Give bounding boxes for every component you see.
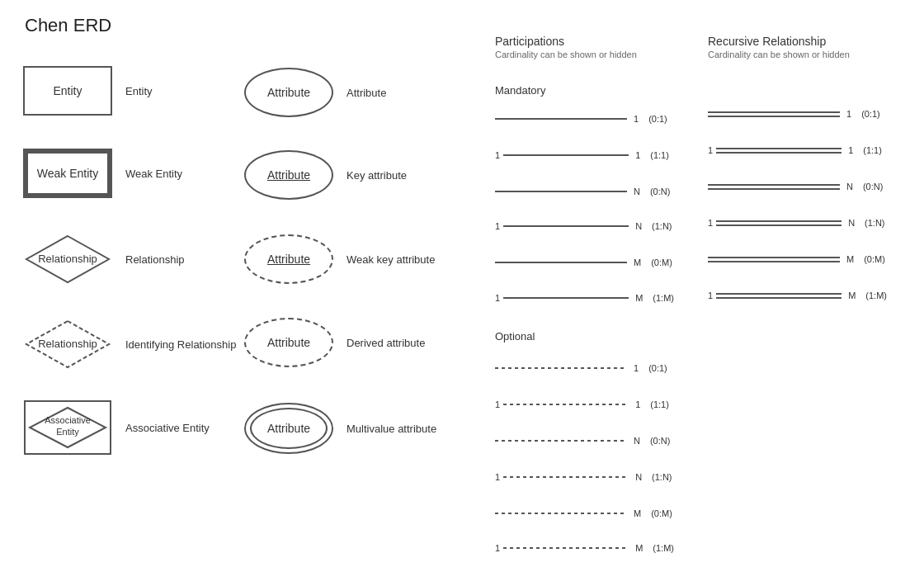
optional-line-1n — [503, 476, 629, 478]
key-attribute-row: Attribute Key attribute — [244, 150, 412, 200]
mandatory-card-left-11: 1 — [495, 150, 500, 160]
mandatory-row-0m: M (0:M) — [495, 258, 672, 267]
recursive-header: Recursive Relationship Cardinality can b… — [708, 35, 850, 59]
mandatory-line-0n — [495, 191, 627, 192]
recursive-card-left-1m: 1 — [708, 291, 713, 300]
key-attribute-description: Key attribute — [346, 169, 412, 182]
multivalue-attribute-row: Attribute Multivalue attribute — [244, 402, 436, 455]
optional-row-01: 1 (0:1) — [495, 363, 667, 373]
entity-row: Entity Entity — [23, 66, 191, 116]
key-attribute-label: Attribute — [267, 168, 310, 182]
mandatory-row-0n: N (0:N) — [495, 187, 670, 196]
relationship-shape: Relationship — [23, 233, 112, 286]
optional-notation-1n: (1:N) — [652, 472, 672, 482]
optional-notation-01: (0:1) — [648, 363, 667, 373]
optional-row-0n: N (0:N) — [495, 436, 670, 446]
recursive-notation-01: (0:1) — [861, 109, 880, 119]
mandatory-row-1m: 1 M (1:M) — [495, 293, 674, 303]
svg-text:Relationship: Relationship — [38, 253, 97, 265]
derived-attribute-row: Attribute Derived attribute — [244, 318, 425, 367]
attribute-description: Attribute — [346, 87, 412, 99]
recursive-card-right-1m: M — [848, 291, 856, 300]
participations-subtitle: Cardinality can be shown or hidden — [495, 50, 637, 59]
optional-card-left-1n: 1 — [495, 472, 500, 482]
optional-notation-11: (1:1) — [650, 399, 669, 409]
multivalue-attribute-label: Attribute — [267, 422, 310, 435]
optional-label: Optional — [495, 330, 535, 343]
weak-key-attribute-description: Weak key attribute — [346, 253, 435, 266]
mandatory-label: Mandatory — [495, 84, 545, 97]
entity-label: Entity — [53, 84, 82, 97]
recursive-card-right-0m: M — [846, 254, 854, 264]
relationship-row: Relationship Relationship — [23, 233, 191, 286]
key-attribute-shape: Attribute — [244, 150, 333, 200]
mandatory-card-right-01: 1 — [634, 114, 639, 124]
mandatory-notation-1n: (1:N) — [652, 221, 672, 231]
recursive-card-right-01: 1 — [846, 109, 851, 119]
associative-entity-description: Associative Entity — [125, 422, 210, 434]
entity-shape: Entity — [23, 66, 112, 116]
mandatory-card-right-1m: M — [635, 293, 643, 303]
mandatory-line-01 — [495, 118, 627, 120]
mandatory-row-1n: 1 N (1:N) — [495, 221, 672, 231]
weak-entity-description: Weak Entity — [125, 168, 191, 180]
derived-attribute-label: Attribute — [267, 336, 310, 349]
recursive-row-0m: M (0:M) — [708, 254, 885, 264]
recursive-card-right-0n: N — [846, 182, 853, 191]
participations-title: Participations — [495, 35, 637, 48]
mandatory-card-right-0n: N — [634, 187, 640, 196]
attribute-label: Attribute — [267, 86, 310, 99]
optional-row-1m: 1 M (1:M) — [495, 543, 674, 553]
weak-entity-shape: Weak Entity — [23, 149, 112, 198]
recursive-notation-0m: (0:M) — [864, 254, 885, 264]
optional-line-0m — [495, 513, 627, 514]
optional-line-11 — [503, 404, 629, 405]
optional-line-1m — [503, 547, 629, 549]
entity-description: Entity — [125, 85, 191, 97]
mandatory-notation-01: (0:1) — [648, 114, 667, 124]
derived-attribute-shape: Attribute — [244, 318, 333, 367]
recursive-row-1m: 1 M (1:M) — [708, 291, 887, 300]
page-title: Chen ERD — [25, 15, 111, 36]
recursive-card-right-11: 1 — [848, 145, 853, 155]
relationship-description: Relationship — [125, 253, 191, 266]
optional-card-right-0m: M — [634, 508, 641, 518]
optional-card-right-1m: M — [635, 543, 643, 553]
optional-card-left-11: 1 — [495, 399, 500, 409]
mandatory-notation-0m: (0:M) — [651, 258, 672, 267]
mandatory-notation-0n: (0:N) — [650, 187, 670, 196]
recursive-title: Recursive Relationship — [708, 35, 850, 48]
participations-header: Participations Cardinality can be shown … — [495, 35, 637, 59]
identifying-relationship-row: Relationship Identifying Relationship — [23, 318, 236, 371]
recursive-row-1n: 1 N (1:N) — [708, 218, 885, 228]
attribute-shape: Attribute — [244, 68, 333, 117]
attribute-row: Attribute Attribute — [244, 68, 412, 117]
mandatory-card-right-11: 1 — [635, 150, 640, 160]
mandatory-notation-1m: (1:M) — [653, 293, 674, 303]
weak-entity-label: Weak Entity — [37, 167, 98, 180]
mandatory-row-01: 1 (0:1) — [495, 114, 667, 124]
mandatory-card-left-1n: 1 — [495, 221, 500, 231]
mandatory-card-right-1n: N — [635, 221, 642, 231]
optional-card-left-1m: 1 — [495, 543, 500, 553]
associative-entity-row: Associative Entity Associative Entity — [23, 399, 210, 456]
mandatory-row-11: 1 1 (1:1) — [495, 150, 669, 160]
optional-row-0m: M (0:M) — [495, 508, 672, 518]
mandatory-line-0m — [495, 262, 627, 263]
derived-attribute-description: Derived attribute — [346, 337, 425, 349]
recursive-notation-1n: (1:N) — [865, 218, 884, 228]
svg-text:Relationship: Relationship — [38, 338, 97, 350]
optional-line-01 — [495, 367, 627, 369]
recursive-notation-0n: (0:N) — [863, 182, 883, 191]
optional-row-11: 1 1 (1:1) — [495, 399, 669, 409]
recursive-notation-1m: (1:M) — [865, 291, 887, 300]
optional-notation-0m: (0:M) — [651, 508, 672, 518]
optional-notation-1m: (1:M) — [653, 543, 674, 553]
optional-row-1n: 1 N (1:N) — [495, 472, 672, 482]
svg-text:Entity: Entity — [56, 427, 79, 437]
mandatory-notation-11: (1:1) — [650, 150, 669, 160]
weak-key-attribute-row: Attribute Weak key attribute — [244, 234, 435, 284]
recursive-row-0n: N (0:N) — [708, 182, 883, 191]
recursive-row-11: 1 1 (1:1) — [708, 145, 882, 155]
recursive-subtitle: Cardinality can be shown or hidden — [708, 50, 850, 59]
